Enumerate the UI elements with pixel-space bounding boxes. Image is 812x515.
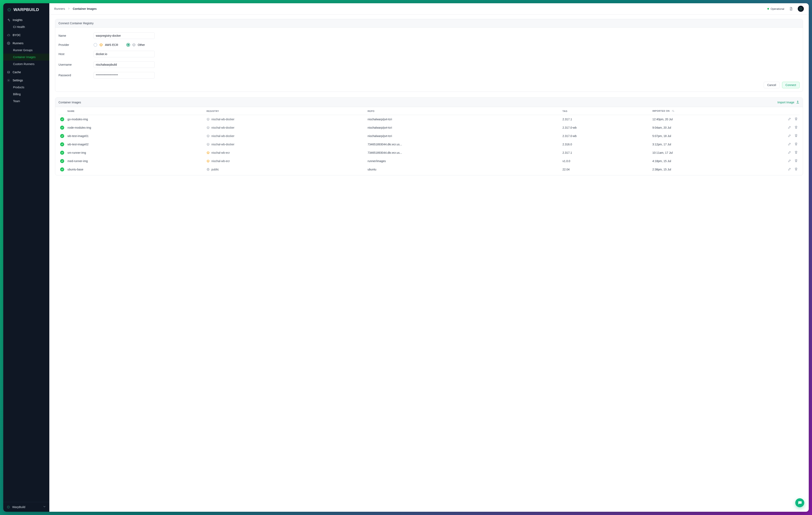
container-images-panel: Container Images Import Image NAME xyxy=(55,97,803,175)
box-icon xyxy=(206,143,210,146)
sparkle-icon xyxy=(7,18,10,22)
brand-name: WARPBUILD xyxy=(13,7,39,12)
changelog-button[interactable] xyxy=(788,6,794,12)
sidebar-item-products[interactable]: Products xyxy=(3,84,49,91)
delete-button[interactable] xyxy=(794,159,798,163)
cell-registry: nischal-wb-docker xyxy=(205,140,366,148)
delete-button[interactable] xyxy=(794,150,798,155)
radio-icon xyxy=(126,43,130,47)
sidebar-item-insights[interactable]: Insights xyxy=(3,17,49,24)
cell-imported-on: 2:38pm, 15 Jul xyxy=(651,165,782,173)
cell-tag: 22.04 xyxy=(561,165,651,173)
delete-button[interactable] xyxy=(794,134,798,138)
host-input[interactable] xyxy=(93,51,155,57)
sidebar-item-label: Container Images xyxy=(13,55,36,59)
table-row[interactable]: node-modules-imgnischal-wb-dockernischal… xyxy=(58,123,800,132)
col-tag[interactable]: TAG xyxy=(561,107,651,115)
cloud-icon xyxy=(7,33,10,37)
stack-icon xyxy=(7,70,10,74)
cell-repo: ubuntu xyxy=(366,165,561,173)
status-ok-icon xyxy=(60,167,64,171)
connect-registry-title: Connect Container Registry xyxy=(55,19,803,28)
cell-name: wb-test-image01 xyxy=(66,132,205,140)
cell-repo: 734651893044.dkr.ecr.us... xyxy=(366,140,561,148)
sidebar-item-custom-runners[interactable]: Custom Runners xyxy=(3,61,49,67)
cell-name: sm-runner-img xyxy=(66,148,205,157)
cell-repo: nischalwarp/pvt-tcri xyxy=(366,115,561,123)
topbar: Runners Container Images Operational xyxy=(49,3,809,15)
import-image-button[interactable]: Import Image xyxy=(778,100,800,105)
sidebar-item-team[interactable]: Team xyxy=(3,98,49,105)
edit-button[interactable] xyxy=(788,117,791,121)
sidebar-item-label: Custom Runners xyxy=(13,62,34,66)
provider-other-option[interactable]: Other xyxy=(126,43,145,47)
org-switcher[interactable]: WarpBuild xyxy=(3,502,49,512)
org-logo-icon xyxy=(6,505,10,509)
sidebar-item-byoc[interactable]: BYOC xyxy=(3,32,49,38)
container-images-title: Container Images xyxy=(58,101,81,104)
edit-button[interactable] xyxy=(788,159,791,163)
edit-button[interactable] xyxy=(788,142,791,146)
cell-registry: nischal-wb-docker xyxy=(205,115,366,123)
edit-button[interactable] xyxy=(788,134,791,138)
table-row[interactable]: go-modules-imgnischal-wb-dockernischalwa… xyxy=(58,115,800,123)
sidebar-item-ci-health[interactable]: CI Health xyxy=(3,24,49,30)
sidebar-item-label: Billing xyxy=(13,92,21,96)
cell-imported-on: 12:40pm, 20 Jul xyxy=(651,115,782,123)
sidebar-item-billing[interactable]: Billing xyxy=(3,91,49,98)
col-name[interactable]: NAME xyxy=(66,107,205,115)
sidebar-item-label: CI Health xyxy=(13,25,25,29)
table-row[interactable]: med-runner-imgnischal-wb-ecrrunner/image… xyxy=(58,157,800,165)
password-input[interactable] xyxy=(93,72,155,79)
brand[interactable]: WARPBUILD xyxy=(3,3,49,16)
breadcrumb: Runners Container Images xyxy=(54,7,96,10)
name-input[interactable] xyxy=(93,32,155,39)
cell-tag: v1.0.0 xyxy=(561,157,651,165)
cell-tag: 2.317.1 xyxy=(561,115,651,123)
cell-tag: 2.317.0-wb xyxy=(561,123,651,132)
table-row[interactable]: wb-test-image01nischal-wb-dockernischalw… xyxy=(58,132,800,140)
table-row[interactable]: ubuntu-basepublicubuntu22.042:38pm, 15 J… xyxy=(58,165,800,173)
sidebar-item-settings[interactable]: Settings xyxy=(3,77,49,84)
sidebar-item-container-images[interactable]: Container Images xyxy=(3,54,49,61)
label-password: Password xyxy=(58,74,93,77)
sidebar-item-label: Runner Groups xyxy=(13,49,33,52)
delete-button[interactable] xyxy=(794,142,798,146)
status-label: Operational xyxy=(771,7,784,10)
breadcrumb-root[interactable]: Runners xyxy=(54,7,65,10)
sidebar-item-runners[interactable]: Runners xyxy=(3,40,49,47)
provider-aws-label: AWS ECR xyxy=(105,43,118,47)
table-row[interactable]: sm-runner-imgnischal-wb-ecr734651893044.… xyxy=(58,148,800,157)
col-registry[interactable]: REGISTRY xyxy=(205,107,366,115)
col-repo[interactable]: REPO xyxy=(366,107,561,115)
edit-button[interactable] xyxy=(788,125,791,130)
cell-repo: nischalwarp/pvt-tcri xyxy=(366,123,561,132)
cell-name: med-runner-img xyxy=(66,157,205,165)
sidebar-item-runner-groups[interactable]: Runner Groups xyxy=(3,47,49,54)
col-imported-on[interactable]: IMPORTED ON xyxy=(651,107,782,115)
col-actions xyxy=(782,107,800,115)
cancel-button[interactable]: Cancel xyxy=(764,82,780,88)
delete-button[interactable] xyxy=(794,117,798,121)
table-row[interactable]: wb-test-image02nischal-wb-docker73465189… xyxy=(58,140,800,148)
status-indicator[interactable]: Operational xyxy=(767,7,784,10)
sidebar-item-cache[interactable]: Cache xyxy=(3,69,49,76)
status-ok-icon xyxy=(60,142,64,146)
cell-imported-on: 4:18pm, 15 Jul xyxy=(651,157,782,165)
help-chat-button[interactable] xyxy=(795,498,804,507)
edit-button[interactable] xyxy=(788,167,791,171)
sidebar-nav: InsightsCI HealthBYOCRunnersRunner Group… xyxy=(3,16,49,106)
delete-button[interactable] xyxy=(794,125,798,130)
gear-icon xyxy=(7,41,10,45)
sidebar-item-label: Cache xyxy=(12,70,21,74)
sidebar-item-label: BYOC xyxy=(12,33,21,37)
avatar[interactable] xyxy=(798,6,804,12)
connect-button[interactable]: Connect xyxy=(782,82,800,88)
provider-aws-ecr-option[interactable]: AWS ECR xyxy=(93,43,118,47)
import-image-label: Import Image xyxy=(778,101,794,104)
download-icon xyxy=(796,100,800,105)
username-input[interactable] xyxy=(93,61,155,68)
label-username: Username xyxy=(58,63,93,66)
edit-button[interactable] xyxy=(788,150,791,155)
delete-button[interactable] xyxy=(794,167,798,171)
